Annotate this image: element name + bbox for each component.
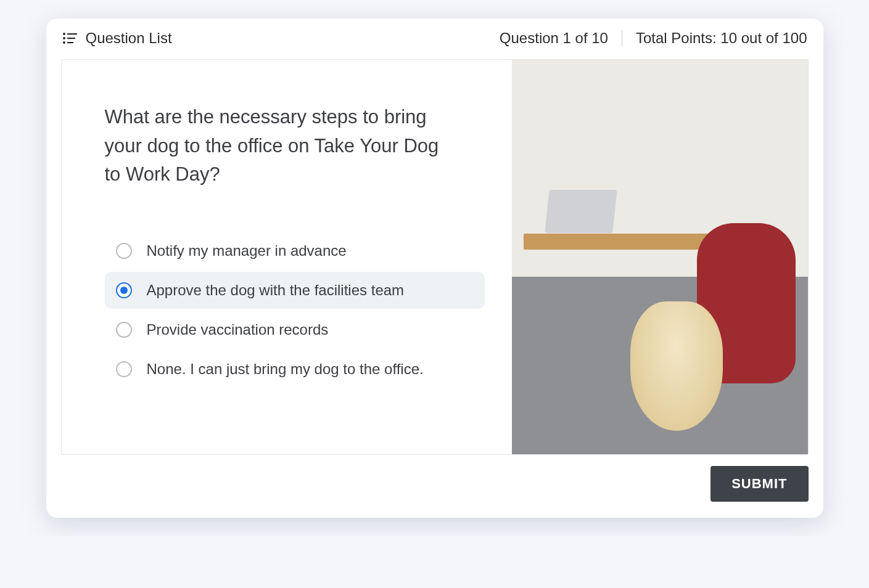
total-points: Total Points: 10 out of 100 — [636, 30, 807, 47]
svg-rect-1 — [67, 33, 77, 35]
list-icon — [62, 32, 77, 44]
divider — [622, 30, 622, 46]
header-status: Question 1 of 10 Total Points: 10 out of… — [500, 30, 807, 47]
option-2[interactable]: Provide vaccination records — [105, 311, 485, 348]
question-list-label: Question List — [86, 30, 172, 47]
question-pane: What are the necessary steps to bring yo… — [62, 60, 512, 454]
svg-rect-5 — [67, 42, 73, 43]
option-0[interactable]: Notify my manager in advance — [105, 232, 485, 269]
question-progress: Question 1 of 10 — [500, 30, 608, 47]
submit-button[interactable]: SUBMIT — [710, 466, 808, 502]
svg-point-4 — [63, 41, 65, 44]
options-list: Notify my manager in advanceApprove the … — [105, 232, 485, 388]
option-3[interactable]: None. I can just bring my dog to the off… — [105, 351, 485, 388]
option-label: Approve the dog with the facilities team — [147, 282, 405, 299]
option-label: None. I can just bring my dog to the off… — [147, 361, 424, 378]
radio-icon — [116, 361, 132, 377]
option-label: Provide vaccination records — [147, 321, 329, 338]
svg-point-0 — [63, 33, 65, 35]
svg-rect-3 — [67, 38, 75, 39]
question-text: What are the necessary steps to bring yo… — [105, 103, 450, 189]
radio-icon — [116, 282, 132, 298]
svg-point-2 — [63, 37, 65, 39]
radio-icon — [116, 322, 132, 338]
quiz-header: Question List Question 1 of 10 Total Poi… — [46, 18, 823, 55]
question-list-toggle[interactable]: Question List — [62, 30, 172, 47]
option-1[interactable]: Approve the dog with the facilities team — [105, 272, 485, 309]
content-area: What are the necessary steps to bring yo… — [61, 59, 809, 455]
radio-icon — [116, 243, 132, 259]
quiz-card: Question List Question 1 of 10 Total Poi… — [46, 18, 823, 518]
quiz-footer: SUBMIT — [46, 455, 823, 518]
question-image — [512, 60, 808, 454]
option-label: Notify my manager in advance — [147, 242, 347, 259]
